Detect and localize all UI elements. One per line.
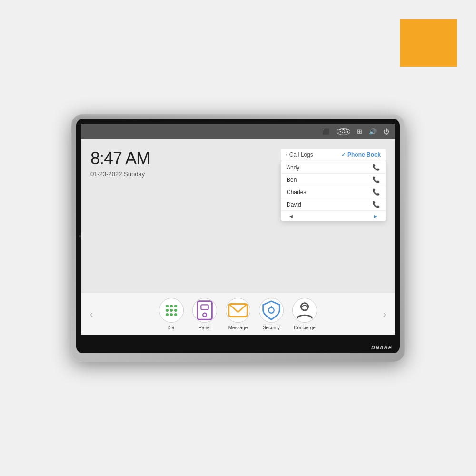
dnake-brand: DNAKE (371, 345, 392, 350)
contact-row-charles[interactable]: Charles 📞 (281, 186, 386, 198)
call-icon-charles[interactable]: 📞 (372, 188, 380, 196)
call-icon-andy[interactable]: 📞 (372, 164, 380, 171)
scroll-right-button[interactable]: › (381, 307, 388, 321)
volume-icon[interactable]: 🔊 (369, 128, 377, 135)
concierge-app[interactable]: Concierge (292, 298, 317, 330)
top-area: 8:47 AM 01-23-2022 Sunday › Call Logs (81, 139, 395, 293)
call-logs-bar[interactable]: › Call Logs ✓ Phone Book (281, 149, 386, 161)
device-shell: ⬛ SOS ⊞ 🔊 ⏻ 8:47 AM 01-23-2022 Sunday (71, 114, 405, 362)
message-icon-circle (226, 298, 250, 323)
panel-app[interactable]: Panel (192, 298, 217, 330)
contact-name-david: David (287, 201, 301, 208)
concierge-icon (293, 298, 317, 322)
dial-icon-circle (159, 298, 184, 323)
call-logs-label: Call Logs (289, 151, 313, 158)
security-label: Security (263, 325, 280, 330)
call-icon-david[interactable]: 📞 (372, 201, 380, 208)
security-icon-circle (259, 298, 284, 323)
message-label: Message (228, 325, 248, 330)
scroll-left-button[interactable]: ‹ (88, 307, 95, 321)
screen-content: 8:47 AM 01-23-2022 Sunday › Call Logs (81, 139, 395, 335)
svg-rect-1 (201, 305, 208, 309)
concierge-icon-circle (292, 298, 317, 323)
sos-icon[interactable]: SOS (337, 128, 350, 135)
security-app[interactable]: Security (259, 298, 284, 330)
nav-next-icon[interactable]: ► (373, 213, 378, 219)
concierge-label: Concierge (294, 325, 316, 330)
contact-name-charles: Charles (287, 189, 306, 196)
message-icon (226, 298, 250, 322)
right-panel: › Call Logs ✓ Phone Book Andy (281, 149, 386, 288)
contact-row-andy[interactable]: Andy 📞 (281, 161, 386, 174)
device-bezel: ⬛ SOS ⊞ 🔊 ⏻ 8:47 AM 01-23-2022 Sunday (76, 119, 400, 353)
app-icons: Dial Panel (159, 298, 317, 330)
svg-point-4 (268, 307, 274, 313)
orange-indicator (400, 19, 457, 67)
phone-book-check-icon: ✓ (341, 152, 346, 158)
contact-row-ben[interactable]: Ben 📞 (281, 174, 386, 186)
svg-point-2 (203, 313, 207, 317)
phonebook-dropdown: Andy 📞 Ben 📞 Charles 📞 (281, 161, 386, 221)
dial-dots-icon (166, 305, 177, 316)
contact-name-andy: Andy (287, 164, 299, 171)
security-icon (259, 298, 283, 322)
panel-icon-circle (192, 298, 217, 323)
nav-prev-icon[interactable]: ◄ (288, 213, 294, 219)
call-logs-chevron-icon: › (286, 152, 288, 158)
bottom-app-bar: ‹ Dial (81, 293, 395, 335)
call-icon-ben[interactable]: 📞 (372, 176, 380, 183)
grid-icon[interactable]: ⊞ (357, 128, 362, 135)
panel-icon (193, 298, 217, 322)
contact-name-ben: Ben (287, 177, 297, 183)
dial-app[interactable]: Dial (159, 298, 184, 330)
phone-book-label: Phone Book (347, 151, 381, 158)
contact-row-david[interactable]: David 📞 (281, 198, 386, 211)
date-text: 01-23-2022 Sunday (90, 170, 281, 178)
phone-book-section[interactable]: ✓ Phone Book (341, 151, 381, 158)
screen: ⬛ SOS ⊞ 🔊 ⏻ 8:47 AM 01-23-2022 Sunday (81, 124, 395, 335)
call-logs-section[interactable]: › Call Logs (286, 151, 313, 158)
dial-label: Dial (167, 325, 175, 330)
message-app[interactable]: Message (226, 298, 250, 330)
phonebook-nav: ◄ ► (281, 211, 386, 221)
power-icon[interactable]: ⏻ (383, 128, 389, 135)
status-bar: ⬛ SOS ⊞ 🔊 ⏻ (81, 124, 395, 139)
time-text: 8:47 AM (90, 149, 281, 169)
panel-label: Panel (198, 325, 211, 330)
monitor-icon[interactable]: ⬛ (322, 128, 330, 135)
time-display: 8:47 AM 01-23-2022 Sunday (90, 149, 281, 288)
